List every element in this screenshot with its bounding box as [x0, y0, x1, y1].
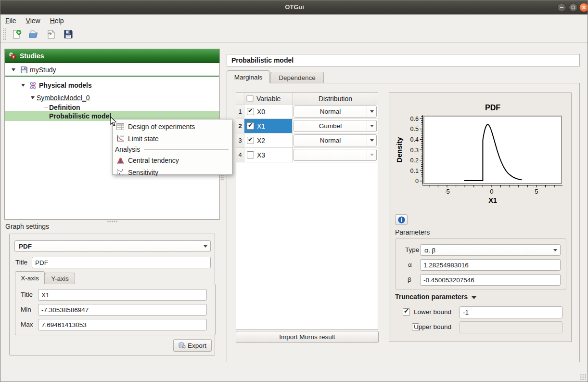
distribution-combobox[interactable] [294, 149, 377, 161]
menu-item-central-tendency[interactable]: Central tendency [113, 154, 231, 166]
axis-max-input[interactable] [38, 319, 207, 330]
menu-item-limit-state[interactable]: G=0 Limit state [113, 132, 231, 145]
distribution-cell [293, 148, 378, 162]
distribution-combobox[interactable]: Normal [294, 134, 377, 146]
menu-section-analysis: Analysis [115, 145, 230, 154]
distribution-combobox[interactable]: Normal [294, 105, 377, 118]
select-all-checkbox[interactable] [247, 95, 254, 102]
maximize-icon [571, 5, 575, 10]
beta-input[interactable] [420, 274, 561, 286]
expander-icon[interactable] [12, 68, 15, 71]
tree-item-physical-models[interactable]: Physical models [5, 80, 219, 91]
tab-dependence[interactable]: Dependence [270, 72, 324, 83]
axis-title-input[interactable] [38, 289, 207, 301]
variable-header-cell[interactable]: Variable [244, 93, 293, 105]
horizontal-splitter-handle[interactable] [107, 220, 117, 223]
plot-type-value: PDF [19, 243, 32, 250]
window-title: OTGui [0, 3, 588, 11]
variable-checkbox[interactable] [247, 108, 254, 115]
table-row: 3 X2 Normal [236, 133, 378, 148]
y-tick-label: 0.5 [410, 126, 419, 132]
new-file-icon [12, 29, 22, 40]
truncation-parameters-header[interactable]: Truncation parameters [395, 293, 476, 301]
variable-checkbox[interactable] [247, 122, 254, 130]
y-tick-label: 0.1 [410, 168, 419, 174]
axis-settings-pane: Title Min Max [15, 284, 216, 335]
graph-title-input[interactable] [32, 257, 211, 268]
table-row: 2 X1 Gumbel [236, 119, 378, 133]
tab-y-axis[interactable]: Y-axis [45, 273, 75, 284]
y-tick-label: 0 [415, 178, 419, 184]
import-morris-result-button[interactable]: Import Morris result [236, 331, 379, 343]
collapse-arrow-icon [472, 296, 476, 299]
close-icon [582, 5, 586, 10]
export-button[interactable]: Export [173, 339, 212, 352]
plot-type-combobox[interactable]: PDF [14, 240, 211, 252]
alpha-input[interactable] [420, 259, 561, 271]
tab-x-axis[interactable]: X-axis [15, 271, 45, 284]
save-study-button[interactable] [61, 27, 76, 41]
minimize-button[interactable] [557, 3, 566, 12]
row-number[interactable]: 1 [236, 105, 244, 119]
tree-item-label: myStudy [30, 66, 56, 74]
maximize-button[interactable] [569, 3, 578, 12]
upper-bound-input[interactable] [460, 321, 562, 333]
section-separator-line [144, 149, 229, 150]
menu-help[interactable]: Help [45, 16, 69, 26]
table-header-row: Variable Distribution [236, 93, 378, 105]
chart-xlabel: X1 [488, 197, 497, 204]
lower-bound-input[interactable] [460, 306, 562, 318]
toolbar-drag-handle[interactable] [3, 28, 6, 40]
variable-checkbox[interactable] [247, 137, 254, 144]
row-number[interactable]: 2 [236, 119, 244, 133]
menu-item-sensitivity[interactable]: Sensitivity [113, 166, 231, 178]
variable-cell[interactable]: X2 [244, 133, 293, 148]
variable-cell[interactable]: X0 [244, 105, 293, 119]
variable-cell[interactable]: X3 [244, 148, 293, 162]
expander-icon[interactable] [31, 96, 35, 99]
menu-item-design-of-experiments[interactable]: Design of experiments [113, 120, 231, 132]
sensitivity-icon [116, 168, 125, 177]
close-button[interactable] [579, 3, 588, 12]
row-number[interactable]: 4 [236, 148, 244, 162]
variable-checkbox[interactable] [247, 151, 254, 158]
distribution-combobox[interactable]: Gumbel [294, 120, 377, 132]
window-resize-grip[interactable] [580, 374, 587, 381]
tree-item-label: Definition [49, 104, 80, 111]
distribution-cell: Normal [293, 105, 378, 119]
row-number[interactable]: 3 [236, 133, 244, 148]
studies-panel-header: Studies [5, 49, 219, 63]
mouse-cursor [110, 117, 117, 127]
new-study-button[interactable] [9, 27, 24, 41]
page-title-box: Probabilistic model [227, 54, 580, 66]
parameters-heading: Parameters [395, 228, 430, 236]
tab-marginals[interactable]: Marginals [227, 70, 270, 83]
plot-area [424, 116, 562, 184]
chart-title: PDF [485, 104, 500, 112]
axis-title-label: Title [21, 291, 33, 298]
upper-bound-label: Upper bound [414, 323, 451, 330]
y-tick-label: 0.3 [410, 147, 419, 154]
open-study-button[interactable] [26, 27, 41, 41]
distribution-cell: Normal [293, 133, 378, 148]
lower-bound-checkbox[interactable] [403, 308, 410, 316]
tree-item-mystudy[interactable]: myStudy [5, 65, 219, 75]
import-script-button[interactable] [44, 27, 58, 41]
menu-file[interactable]: File [0, 16, 21, 26]
expander-icon[interactable] [21, 84, 25, 87]
svg-text:G=0: G=0 [120, 135, 124, 137]
menu-view[interactable]: View [21, 16, 45, 26]
info-button[interactable] [395, 214, 408, 225]
x-tick-label: 0 [490, 188, 493, 195]
minimize-icon [560, 5, 564, 10]
distribution-header-cell[interactable]: Distribution [293, 93, 378, 105]
parameter-type-combobox[interactable]: α, β [420, 244, 561, 256]
application-window: OTGui File View Help [0, 0, 588, 382]
tree-item-symbolicmodel[interactable]: SymbolicModel_0 [5, 92, 219, 103]
variable-cell[interactable]: X1 [244, 119, 293, 133]
parameter-type-value: α, β [424, 247, 435, 254]
axis-min-input[interactable] [38, 304, 207, 316]
graph-settings-heading: Graph settings [5, 223, 49, 230]
atom-icon [29, 81, 37, 90]
titlebar[interactable]: OTGui [0, 0, 588, 14]
